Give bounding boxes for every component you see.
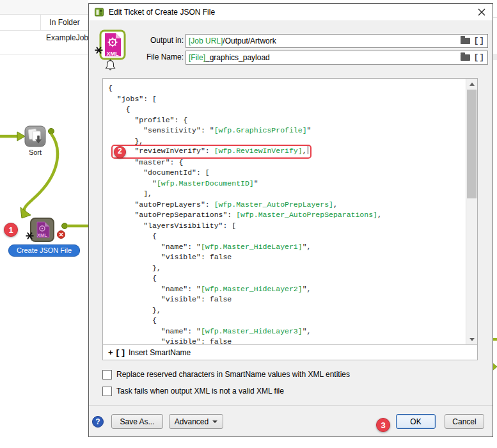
dialog-title: Edit Ticket of Create JSON File xyxy=(109,8,215,17)
json-editor[interactable]: { "jobs": [ { "profile": { "sensitivity"… xyxy=(103,79,477,344)
code-line: "autoPrepLayers": [wfp.Master_AutoPrepLa… xyxy=(108,200,466,211)
code-line: }, xyxy=(108,305,466,316)
checkbox-label: Task fails when output XML is not a vali… xyxy=(116,387,284,396)
checkbox-label: Replace reserved characters in SmartName… xyxy=(116,370,350,379)
browse-folder-icon[interactable] xyxy=(461,54,470,61)
checkbox-box[interactable] xyxy=(102,370,112,380)
node-xml-text: XML xyxy=(37,232,47,238)
scroll-down-icon xyxy=(469,338,475,341)
insert-smartname-label: Insert SmartName xyxy=(129,348,191,357)
file-name-suffix: _graphics_payload xyxy=(205,53,270,62)
smartname-brackets-icon[interactable]: [] xyxy=(473,51,485,64)
task-icon-xml-text: XML xyxy=(107,51,120,57)
code-line: "layersVisibility": [ xyxy=(108,221,466,232)
connector-right-sliver xyxy=(493,333,497,378)
code-line: "master": { xyxy=(108,157,466,168)
scroll-up-button[interactable] xyxy=(466,79,477,89)
advanced-button[interactable]: Advanced xyxy=(169,414,223,429)
checkbox-box[interactable] xyxy=(102,387,112,396)
advanced-label: Advanced xyxy=(175,417,209,426)
annotation-badge-2: 2 xyxy=(114,146,126,158)
background-row-line xyxy=(493,17,497,18)
ticket-modified-asterisk-icon xyxy=(26,232,34,240)
text-cursor xyxy=(308,146,309,154)
browse-folder-icon[interactable] xyxy=(461,38,470,44)
output-in-smartname: [Job URL] xyxy=(189,36,223,45)
scroll-down-button[interactable] xyxy=(466,334,477,344)
dialog-modified-asterisk-icon xyxy=(95,46,103,54)
close-icon xyxy=(478,8,485,16)
files-panel-header: In Folder xyxy=(0,15,88,31)
background-row-band xyxy=(493,54,497,60)
checkbox-task-fails-invalid-xml[interactable]: Task fails when output XML is not a vali… xyxy=(102,386,284,396)
save-as-button[interactable]: Save As... xyxy=(111,414,163,429)
code-line: { xyxy=(108,104,466,115)
file-name-smartname: [File] xyxy=(189,53,205,62)
output-in-field[interactable]: [Job URL]/Output/Artwork [] xyxy=(185,34,488,48)
ticket-icon xyxy=(94,7,104,17)
file-row-folder-cell: ExampleJobCo xyxy=(46,33,88,42)
column-header-in-folder[interactable]: In Folder xyxy=(42,18,87,27)
sort-node-icon[interactable] xyxy=(24,125,46,147)
sort-output-dot[interactable] xyxy=(49,129,54,134)
code-line: { xyxy=(108,83,466,94)
scrollbar-thumb[interactable] xyxy=(467,90,477,198)
annotation-badge-1: 1 xyxy=(4,223,18,237)
edit-ticket-dialog: Edit Ticket of Create JSON File XML Outp… xyxy=(88,3,493,437)
brackets-icon: [] xyxy=(115,348,127,358)
code-line: }, xyxy=(108,263,466,274)
files-panel-toolbar xyxy=(0,0,88,15)
editor-scrollbar[interactable] xyxy=(466,79,477,344)
code-line: "autoPrepSeparations": [wfp.Master_AutoP… xyxy=(108,210,466,221)
cancel-button[interactable]: Cancel xyxy=(445,414,484,429)
code-line: "profile": { xyxy=(108,115,466,126)
code-line: "jobs": [ xyxy=(108,94,466,105)
notification-bell-icon[interactable] xyxy=(105,59,116,72)
code-line: "name": "[wfp.Master_HideLayer3]", xyxy=(108,326,466,337)
code-line: { xyxy=(108,316,466,326)
checkbox-replace-reserved-chars[interactable]: Replace reserved characters in SmartName… xyxy=(102,369,350,380)
file-name-label: File Name: xyxy=(127,52,184,61)
json-template-groupbox: { "jobs": [ { "profile": { "sensitivity"… xyxy=(102,78,478,360)
create-json-node-label[interactable]: Create JSON File xyxy=(8,244,80,257)
insert-smartname-button[interactable]: + [] Insert SmartName xyxy=(103,344,477,360)
error-badge-icon xyxy=(57,230,65,239)
file-name-field[interactable]: [File]_graphics_payload [] xyxy=(185,51,488,65)
plus-icon: + xyxy=(108,348,113,357)
output-in-suffix: /Output/Artwork xyxy=(223,36,276,45)
column-divider xyxy=(40,15,41,30)
code-lines: { "jobs": [ { "profile": { "sensitivity"… xyxy=(103,79,466,344)
highlight-box: 2 "reviewInVerify": [wfp.ReviewInVerify]… xyxy=(111,145,312,159)
output-in-label: Output in: xyxy=(127,36,184,45)
file-row[interactable]: ExampleJobCo xyxy=(0,31,88,55)
close-button[interactable] xyxy=(475,6,489,19)
help-button[interactable]: ? xyxy=(92,416,104,428)
annotation-badge-3: 3 xyxy=(376,418,390,432)
code-line: "visible": false xyxy=(108,252,466,263)
code-line: "name": "[wfp.Master_HideLayer2]", xyxy=(108,284,466,295)
code-line: 2 "reviewInVerify": [wfp.ReviewInVerify]… xyxy=(108,147,466,157)
code-line: "sensitivity": "[wfp.GraphicsProfile]" xyxy=(108,125,466,136)
code-line: { xyxy=(108,231,466,242)
ok-button[interactable]: OK xyxy=(396,414,436,429)
code-line: "documentId": [ xyxy=(108,168,466,179)
code-line: "[wfp.MasterDocumentID]" xyxy=(108,179,466,189)
code-line: "visible": false xyxy=(108,294,466,305)
smartname-brackets-icon[interactable]: [] xyxy=(473,35,485,47)
footer-separator xyxy=(89,405,493,406)
code-line: { xyxy=(108,273,466,284)
code-line: ], xyxy=(108,189,466,200)
create-json-task-icon: XML xyxy=(99,29,126,60)
code-line: "name": "[wfp.Master_HideLayer1]", xyxy=(108,242,466,253)
code-line: "visible": false xyxy=(108,337,466,344)
dialog-titlebar[interactable]: Edit Ticket of Create JSON File xyxy=(89,4,493,21)
scroll-up-icon xyxy=(469,83,475,86)
json-output-dot[interactable] xyxy=(62,223,68,229)
sort-node-label: Sort xyxy=(23,148,47,156)
caret-down-icon xyxy=(212,420,217,423)
